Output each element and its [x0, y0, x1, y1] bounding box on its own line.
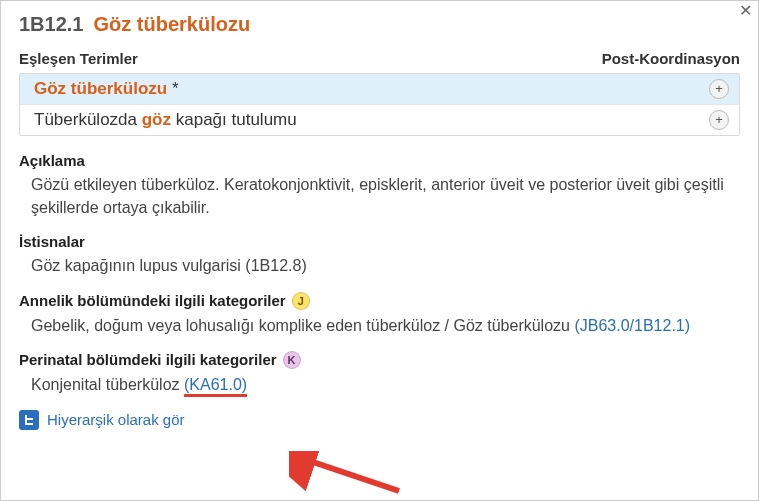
- columns-header: Eşleşen Terimler Post-Koordinasyon: [19, 50, 740, 67]
- entity-code: 1B12.1: [19, 13, 84, 36]
- section-exclusions: İstisnalar Göz kapağının lupus vulgarisi…: [19, 233, 740, 277]
- section-body: Gebelik, doğum veya lohusalığı komplike …: [19, 314, 740, 337]
- svg-line-1: [304, 459, 399, 491]
- close-icon[interactable]: ✕: [736, 3, 754, 21]
- code-link[interactable]: (JB63.0/1B12.1): [574, 317, 690, 334]
- entity-title: Göz tüberkülozu: [94, 13, 251, 36]
- match-row[interactable]: Tüberkülozda göz kapağı tutulumu +: [20, 104, 739, 135]
- section-body: Gözü etkileyen tüberküloz. Keratokonjonk…: [19, 173, 740, 219]
- match-highlight: göz: [142, 110, 171, 129]
- section-title: Perinatal bölümdeki ilgili kategoriler K: [19, 351, 740, 369]
- match-highlight: Göz tüberkülozu: [34, 79, 167, 98]
- chapter-badge-j: J: [292, 292, 310, 310]
- section-description: Açıklama Gözü etkileyen tüberküloz. Kera…: [19, 152, 740, 219]
- match-text: Tüberkülozda göz kapağı tutulumu: [34, 110, 297, 130]
- match-suffix: *: [167, 79, 178, 98]
- match-list: Göz tüberkülozu * + Tüberkülozda göz kap…: [19, 73, 740, 136]
- section-body: Göz kapağının lupus vulgarisi (1B12.8): [19, 254, 740, 277]
- match-row[interactable]: Göz tüberkülozu * +: [20, 74, 739, 104]
- chapter-badge-k: K: [283, 351, 301, 369]
- section-title-text: Annelik bölümündeki ilgili kategoriler: [19, 292, 286, 309]
- matching-terms-label: Eşleşen Terimler: [19, 50, 138, 67]
- header: 1B12.1 Göz tüberkülozu: [19, 13, 740, 36]
- section-body: Konjenital tüberküloz (KA61.0): [19, 373, 740, 396]
- code-link[interactable]: (KA61.0): [184, 376, 247, 397]
- hierarchy-icon[interactable]: [19, 410, 39, 430]
- section-title: Annelik bölümündeki ilgili kategoriler J: [19, 292, 740, 310]
- detail-panel: 1B12.1 Göz tüberkülozu Eşleşen Terimler …: [1, 1, 758, 442]
- postcoord-label: Post-Koordinasyon: [602, 50, 740, 67]
- section-title-text: Perinatal bölümdeki ilgili kategoriler: [19, 351, 277, 368]
- section-body-text: Konjenital tüberküloz: [31, 376, 184, 393]
- annotation-arrow: [289, 451, 409, 501]
- postcoord-add-button[interactable]: +: [709, 110, 729, 130]
- section-perinatal: Perinatal bölümdeki ilgili kategoriler K…: [19, 351, 740, 396]
- match-prefix: Tüberkülozda: [34, 110, 142, 129]
- section-title: İstisnalar: [19, 233, 740, 250]
- postcoord-add-button[interactable]: +: [709, 79, 729, 99]
- match-text: Göz tüberkülozu *: [34, 79, 179, 99]
- section-maternal: Annelik bölümündeki ilgili kategoriler J…: [19, 292, 740, 337]
- match-suffix: kapağı tutulumu: [171, 110, 297, 129]
- hierarchy-link[interactable]: Hiyerarşik olarak gör: [47, 411, 185, 428]
- section-body-text: Gebelik, doğum veya lohusalığı komplike …: [31, 317, 574, 334]
- footer: Hiyerarşik olarak gör: [19, 410, 740, 430]
- section-title: Açıklama: [19, 152, 740, 169]
